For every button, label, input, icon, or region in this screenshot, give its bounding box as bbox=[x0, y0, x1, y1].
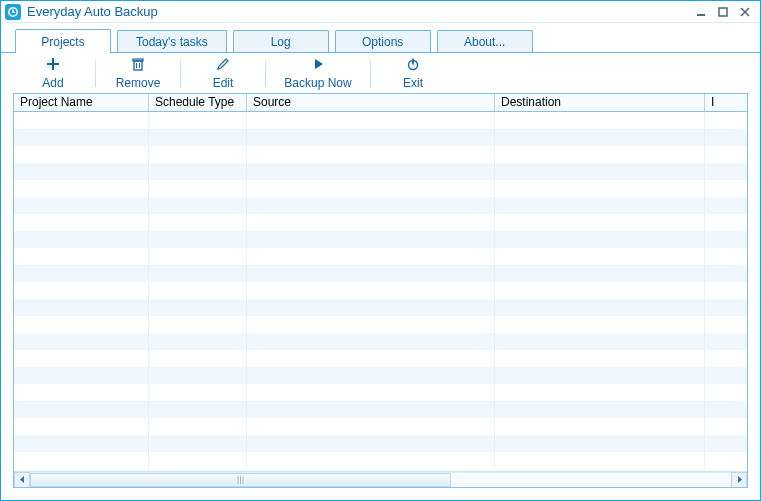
svg-rect-9 bbox=[134, 61, 142, 70]
exit-label: Exit bbox=[403, 76, 423, 90]
column-project-name[interactable]: Project Name bbox=[14, 94, 149, 111]
table-row[interactable] bbox=[14, 452, 747, 469]
remove-label: Remove bbox=[116, 76, 161, 90]
maximize-button[interactable] bbox=[712, 3, 734, 21]
close-button[interactable] bbox=[734, 3, 756, 21]
grip-icon bbox=[236, 476, 245, 484]
svg-rect-8 bbox=[47, 63, 59, 65]
separator bbox=[180, 59, 181, 87]
table-row[interactable] bbox=[14, 367, 747, 384]
column-overflow[interactable]: I bbox=[705, 94, 748, 111]
table-row[interactable] bbox=[14, 265, 747, 282]
minimize-button[interactable] bbox=[690, 3, 712, 21]
table-row[interactable] bbox=[14, 435, 747, 452]
table-row[interactable] bbox=[14, 248, 747, 265]
svg-rect-10 bbox=[133, 59, 143, 61]
backup-now-button[interactable]: Backup Now bbox=[268, 55, 368, 91]
table-row[interactable] bbox=[14, 197, 747, 214]
power-icon bbox=[406, 57, 420, 74]
app-window: Everyday Auto Backup Projects Today's ta… bbox=[0, 0, 761, 501]
table-row[interactable] bbox=[14, 146, 747, 163]
svg-marker-13 bbox=[218, 59, 228, 69]
svg-marker-17 bbox=[20, 476, 24, 483]
separator bbox=[370, 59, 371, 87]
edit-label: Edit bbox=[213, 76, 234, 90]
window-title: Everyday Auto Backup bbox=[27, 4, 158, 19]
tab-projects[interactable]: Projects bbox=[15, 29, 111, 53]
table-row[interactable] bbox=[14, 163, 747, 180]
svg-rect-4 bbox=[719, 8, 727, 16]
trash-icon bbox=[131, 57, 145, 74]
scroll-left-button[interactable] bbox=[14, 472, 30, 488]
tab-options[interactable]: Options bbox=[335, 30, 431, 52]
table-row[interactable] bbox=[14, 350, 747, 367]
play-icon bbox=[311, 57, 325, 74]
scroll-thumb[interactable] bbox=[30, 473, 451, 487]
tab-log[interactable]: Log bbox=[233, 30, 329, 52]
table-row[interactable] bbox=[14, 316, 747, 333]
svg-rect-2 bbox=[12, 11, 14, 12]
svg-marker-21 bbox=[738, 476, 742, 483]
app-icon bbox=[5, 4, 21, 20]
tab-bar: Projects Today's tasks Log Options About… bbox=[1, 23, 760, 53]
scroll-right-button[interactable] bbox=[731, 472, 747, 488]
svg-marker-14 bbox=[315, 59, 323, 69]
column-schedule-type[interactable]: Schedule Type bbox=[149, 94, 247, 111]
table-row[interactable] bbox=[14, 282, 747, 299]
tab-todays-tasks[interactable]: Today's tasks bbox=[117, 30, 227, 52]
add-label: Add bbox=[42, 76, 63, 90]
add-button[interactable]: Add bbox=[13, 55, 93, 91]
grid-header: Project Name Schedule Type Source Destin… bbox=[14, 94, 747, 112]
column-source[interactable]: Source bbox=[247, 94, 495, 111]
remove-button[interactable]: Remove bbox=[98, 55, 178, 91]
table-row[interactable] bbox=[14, 401, 747, 418]
titlebar: Everyday Auto Backup bbox=[1, 1, 760, 23]
table-row[interactable] bbox=[14, 384, 747, 401]
svg-rect-3 bbox=[697, 14, 705, 16]
table-row[interactable] bbox=[14, 333, 747, 350]
table-row[interactable] bbox=[14, 112, 747, 129]
tab-about[interactable]: About... bbox=[437, 30, 533, 52]
grid-body[interactable] bbox=[14, 112, 747, 471]
table-row[interactable] bbox=[14, 418, 747, 435]
edit-button[interactable]: Edit bbox=[183, 55, 263, 91]
table-row[interactable] bbox=[14, 299, 747, 316]
toolbar: Add Remove Edit Backup Now bbox=[1, 53, 760, 93]
table-row[interactable] bbox=[14, 231, 747, 248]
backup-now-label: Backup Now bbox=[284, 76, 351, 90]
column-destination[interactable]: Destination bbox=[495, 94, 705, 111]
exit-button[interactable]: Exit bbox=[373, 55, 453, 91]
separator bbox=[265, 59, 266, 87]
table-row[interactable] bbox=[14, 129, 747, 146]
svg-rect-16 bbox=[412, 58, 414, 64]
projects-grid: Project Name Schedule Type Source Destin… bbox=[13, 93, 748, 488]
plus-icon bbox=[46, 57, 60, 74]
separator bbox=[95, 59, 96, 87]
table-row[interactable] bbox=[14, 180, 747, 197]
scroll-track[interactable] bbox=[30, 472, 731, 488]
horizontal-scrollbar[interactable] bbox=[14, 471, 747, 487]
table-row[interactable] bbox=[14, 214, 747, 231]
pencil-icon bbox=[216, 57, 230, 74]
